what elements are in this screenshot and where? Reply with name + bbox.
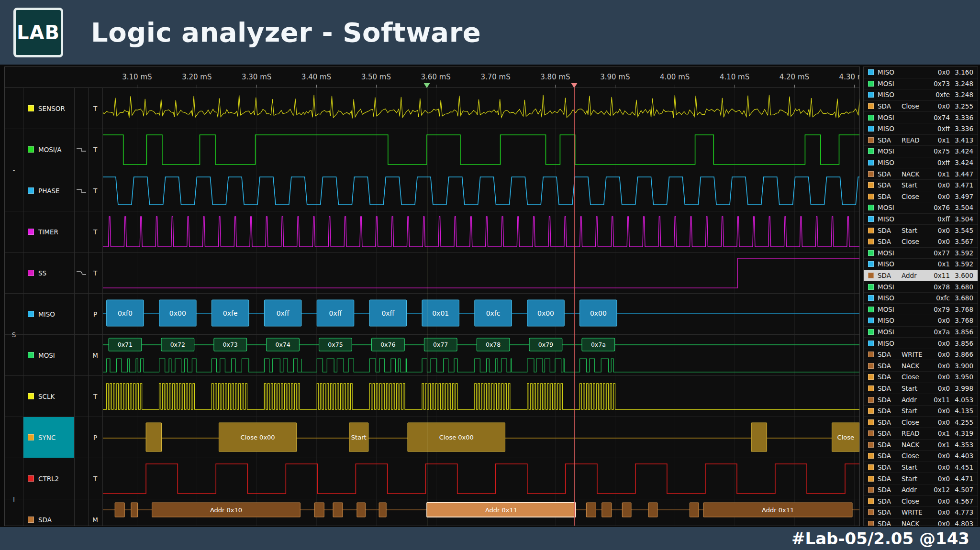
- waveform-ctrl2[interactable]: [102, 458, 859, 499]
- channel-mode-p[interactable]: P: [88, 417, 102, 458]
- event-row[interactable]: SDAStart0x03.545: [864, 225, 978, 236]
- channel-label[interactable]: SCLK: [23, 376, 74, 417]
- channel-label[interactable]: TIMER: [23, 211, 74, 252]
- event-row[interactable]: SDAWRITE0x04.773: [864, 507, 978, 518]
- event-row[interactable]: SDAAddr0x114.053: [864, 394, 978, 406]
- group-label-s[interactable]: S: [5, 331, 23, 339]
- event-row[interactable]: SDAClose0x04.567: [864, 496, 978, 507]
- decoded-events-panel[interactable]: MISO0x03.160MOSI0x733.248MISO0xfe3.248SD…: [863, 66, 978, 526]
- waveform-phase[interactable]: [102, 170, 859, 211]
- channel-row-timer[interactable]: TIMERT: [5, 211, 859, 253]
- event-row[interactable]: SDAClose0x03.255: [864, 101, 978, 112]
- group-label-dash[interactable]: -: [5, 166, 23, 174]
- event-row[interactable]: SDAWRITE0x03.866: [864, 349, 978, 361]
- event-row[interactable]: SDANACK0x04.803: [864, 518, 978, 526]
- channel-label[interactable]: SENSOR: [23, 88, 74, 129]
- event-row[interactable]: MOSI0x783.680: [864, 281, 978, 293]
- channel-row-sync[interactable]: SYNCPClose 0x00StartClose 0x00Close: [5, 417, 859, 458]
- channel-label[interactable]: SYNC: [23, 417, 74, 458]
- event-row[interactable]: MOSI0x793.768: [864, 304, 978, 315]
- event-row[interactable]: SDAAddr0x113.600: [864, 270, 978, 282]
- timeline-ruler[interactable]: 3.10 mS3.20 mS3.30 mS3.40 mS3.50 mS3.60 …: [5, 67, 859, 88]
- channel-label[interactable]: SDA: [23, 499, 74, 526]
- event-row[interactable]: MISO0x13.592: [864, 259, 978, 270]
- channel-label[interactable]: MOSI/A: [23, 129, 74, 170]
- event-row[interactable]: MOSI0x733.248: [864, 78, 978, 90]
- channel-mode-t[interactable]: T: [88, 170, 102, 211]
- event-row[interactable]: SDAStart0x03.471: [864, 180, 978, 191]
- channel-row-sensor[interactable]: SENSORT: [5, 88, 859, 129]
- channel-row-ss[interactable]: SST: [5, 253, 859, 294]
- event-row[interactable]: SDAClose0x04.403: [864, 451, 978, 462]
- event-row[interactable]: MOSI0x763.504: [864, 202, 978, 214]
- channel-mode-p[interactable]: P: [88, 294, 102, 334]
- waveform-ss[interactable]: [102, 253, 859, 294]
- event-row[interactable]: SDANACK0x14.353: [864, 440, 978, 451]
- event-row[interactable]: SDAREAD0x13.413: [864, 135, 978, 146]
- channel-mode-t[interactable]: T: [88, 253, 102, 293]
- cursor-red-line[interactable]: [574, 88, 575, 526]
- cursor-red-handle[interactable]: [571, 83, 578, 88]
- waveform-miso[interactable]: 0xf00x000xfe0xff0xff0xff0x010xfc0x000x00: [102, 294, 859, 335]
- event-row[interactable]: SDAClose0x03.567: [864, 236, 978, 248]
- channel-row-mosi-a[interactable]: MOSI/AT: [5, 129, 859, 170]
- event-row[interactable]: SDANACK0x03.900: [864, 360, 978, 372]
- event-row[interactable]: MOSI0x753.424: [864, 146, 978, 157]
- trigger-fall-icon[interactable]: [74, 253, 88, 293]
- event-row[interactable]: SDAStart0x04.471: [864, 473, 978, 484]
- channel-row-ctrl2[interactable]: CTRL2T: [5, 458, 859, 499]
- event-row[interactable]: MISO0xff3.504: [864, 214, 978, 225]
- event-row[interactable]: SDAStart0x03.998: [864, 383, 978, 395]
- waveform-sda[interactable]: Addr 0x10Addr 0x11Addr 0x11: [102, 499, 859, 526]
- trigger-edge-icon[interactable]: [74, 129, 88, 170]
- event-row[interactable]: MISO0x03.856: [864, 338, 978, 349]
- channel-mode-t[interactable]: T: [88, 458, 102, 499]
- event-row[interactable]: SDAStart0x04.451: [864, 462, 978, 473]
- channel-row-miso[interactable]: MISOP0xf00x000xfe0xff0xff0xff0x010xfc0x0…: [5, 294, 859, 335]
- event-row[interactable]: SDAClose0x03.497: [864, 191, 978, 203]
- event-row[interactable]: MISO0xfe3.248: [864, 89, 978, 101]
- event-row[interactable]: SDAAddr0x124.507: [864, 484, 978, 496]
- event-row[interactable]: SDANACK0x13.447: [864, 168, 978, 180]
- channel-label[interactable]: MOSI: [23, 335, 74, 375]
- event-row[interactable]: MISO0x03.768: [864, 315, 978, 327]
- channel-label[interactable]: MISO: [23, 294, 74, 334]
- waveform-sensor[interactable]: [102, 88, 859, 129]
- channel-label[interactable]: PHASE: [23, 170, 74, 211]
- channel-row-phase[interactable]: PHASET: [5, 170, 859, 211]
- channel-name: MOSI: [38, 352, 55, 359]
- channel-row-sda[interactable]: SDAMAddr 0x10Addr 0x11Addr 0x11: [5, 499, 859, 526]
- event-row[interactable]: MISO0xff3.424: [864, 157, 978, 169]
- channel-label[interactable]: CTRL2: [23, 458, 74, 499]
- channel-mode-t[interactable]: T: [88, 129, 102, 170]
- waveform-timer[interactable]: [102, 211, 859, 253]
- event-row[interactable]: SDAStart0x04.135: [864, 406, 978, 417]
- event-row[interactable]: MISO0xfc3.680: [864, 293, 978, 304]
- waveform-sync[interactable]: Close 0x00StartClose 0x00Close: [102, 417, 859, 458]
- cursor-green-handle[interactable]: [423, 83, 430, 88]
- event-row[interactable]: MOSI0x743.336: [864, 112, 978, 123]
- cursor-green-line[interactable]: [427, 88, 427, 526]
- event-row[interactable]: SDAClose0x04.255: [864, 417, 978, 428]
- channel-mode-t[interactable]: T: [88, 376, 102, 417]
- event-time: 3.768: [955, 317, 978, 324]
- channel-mode-m[interactable]: M: [88, 335, 102, 375]
- event-row[interactable]: MISO0x03.160: [864, 67, 978, 78]
- channel-row-sclk[interactable]: SCLKT: [5, 376, 859, 417]
- waveform-sclk[interactable]: [102, 376, 859, 417]
- event-protocol: SDA: [878, 102, 902, 110]
- waveform-mosi-a[interactable]: [102, 129, 859, 170]
- channel-label[interactable]: SS: [23, 253, 74, 293]
- event-row[interactable]: MISO0xff3.336: [864, 123, 978, 135]
- event-row[interactable]: MOSI0x7a3.856: [864, 327, 978, 338]
- channel-row-mosi[interactable]: MOSIM0x710x720x730x740x750x760x770x780x7…: [5, 335, 859, 376]
- event-row[interactable]: SDAClose0x03.950: [864, 372, 978, 383]
- event-row[interactable]: SDAREAD0x14.319: [864, 428, 978, 440]
- channel-mode-t[interactable]: T: [88, 211, 102, 252]
- channel-mode-m[interactable]: M: [88, 499, 102, 526]
- group-label-i[interactable]: I: [5, 495, 23, 503]
- channel-mode-t[interactable]: T: [88, 88, 102, 129]
- event-row[interactable]: MOSI0x773.592: [864, 248, 978, 259]
- trigger-edge-icon[interactable]: [74, 170, 88, 211]
- waveform-mosi[interactable]: 0x710x720x730x740x750x760x770x780x790x7a: [102, 335, 859, 376]
